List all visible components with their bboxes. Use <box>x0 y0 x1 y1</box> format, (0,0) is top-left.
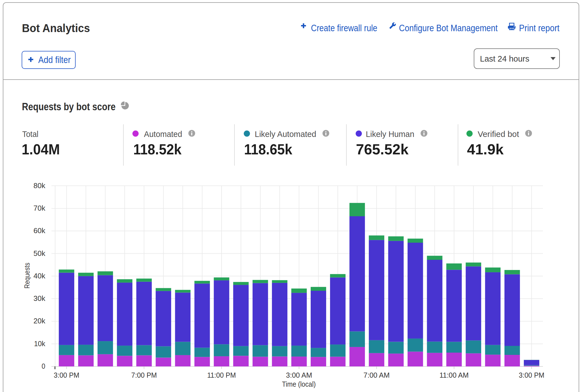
svg-text:70k: 70k <box>33 204 46 212</box>
svg-text:10k: 10k <box>34 339 46 348</box>
svg-text:40k: 40k <box>33 272 46 280</box>
svg-text:50k: 50k <box>33 249 46 258</box>
svg-text:7:00 AM: 7:00 AM <box>364 371 390 379</box>
svg-text:3:00 PM: 3:00 PM <box>54 371 79 379</box>
svg-text:3:00 PM: 3:00 PM <box>519 371 544 379</box>
svg-text:3:00 AM: 3:00 AM <box>286 371 312 379</box>
svg-text:11:00 AM: 11:00 AM <box>439 371 469 379</box>
svg-text:30k: 30k <box>33 294 46 303</box>
svg-text:20k: 20k <box>33 317 46 325</box>
svg-text:Time (local): Time (local) <box>282 380 316 388</box>
svg-text:60k: 60k <box>33 226 46 235</box>
svg-text:Requests: Requests <box>23 263 31 289</box>
svg-text:0: 0 <box>42 362 45 370</box>
svg-text:80k: 80k <box>33 181 46 190</box>
svg-text:7:00 PM: 7:00 PM <box>131 371 157 379</box>
svg-text:11:00 PM: 11:00 PM <box>207 371 236 379</box>
